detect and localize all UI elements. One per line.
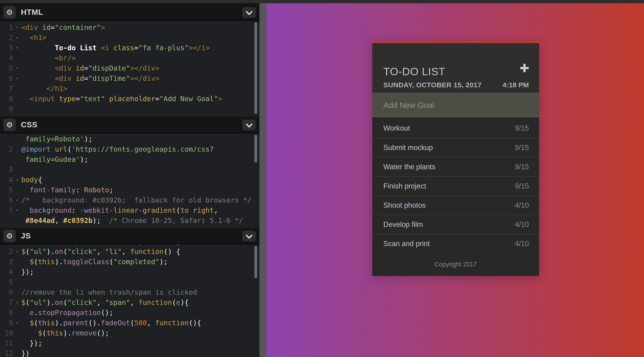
html-code-line[interactable]: 2▾ <h1> <box>0 32 260 43</box>
html-code-line[interactable]: 4 <br/> <box>0 53 260 63</box>
todo-date: SUNDAY, OCTOBER 15, 2017 <box>384 81 482 89</box>
code-fold-icon[interactable]: ▾ <box>13 249 21 254</box>
add-goal-input[interactable]: Add New Goal <box>372 93 539 118</box>
js-code-line[interactable]: 9▾ $(this).parent().fadeOut(500, functio… <box>0 318 260 328</box>
js-code-line[interactable]: 5 <box>0 277 260 287</box>
todo-card-header: TO-DO LIST SUNDAY, OCTOBER 15, 2017 ✚ 4:… <box>372 43 539 93</box>
css-code-line[interactable]: #8e44ad, #c0392b); /* Chrome 10-25, Safa… <box>0 215 260 226</box>
code-text: }) <box>21 349 30 357</box>
js-code-line[interactable]: 8 e.stopPropagation(); <box>0 308 260 318</box>
html-settings-button[interactable]: ⚙ <box>3 6 16 18</box>
html-code-line[interactable]: 9 <box>0 104 260 114</box>
code-fold-icon[interactable]: ▾ <box>13 300 21 305</box>
todo-item[interactable]: Develop film4/10 <box>372 215 539 234</box>
editor-column: ⚙ HTML 1▾<div id="container">2▾ <h1>3▾ T… <box>0 4 260 357</box>
css-code-line[interactable]: family=Gudea'); <box>0 154 260 164</box>
todo-item[interactable]: Shoot photos4/10 <box>372 195 539 215</box>
css-code-line[interactable]: 6▾/* background: #c0392b; fallback for o… <box>0 195 260 205</box>
html-collapse-button[interactable] <box>242 7 256 18</box>
code-text: //remove the li when trash/span is click… <box>21 288 197 296</box>
js-panel-header[interactable]: ⚙ JS <box>0 228 260 245</box>
js-code-line[interactable]: 2▾$("ul").on("click", "li", function() { <box>0 246 260 257</box>
css-code-line[interactable]: 4▾body{ <box>0 175 260 185</box>
js-code-editor[interactable]: //check off specific todos by clicking2▾… <box>0 245 260 357</box>
css-code-line[interactable]: 5 font-family: Roboto; <box>0 185 260 195</box>
line-number: 9 <box>0 105 13 113</box>
code-fold-icon[interactable]: ▾ <box>13 45 21 50</box>
js-code-line[interactable]: 10 $(this).remove(); <box>0 328 260 338</box>
code-fold-icon[interactable]: ▾ <box>13 24 21 30</box>
todo-item-label: Workout <box>384 124 410 132</box>
js-settings-button[interactable]: ⚙ <box>3 230 16 242</box>
todo-item[interactable]: Workout9/15 <box>372 118 539 138</box>
todo-item[interactable]: Submit mockup9/15 <box>372 138 539 157</box>
code-text: background: -webkit-linear-gradient(to r… <box>21 206 218 214</box>
css-panel-title: CSS <box>21 120 37 129</box>
gear-icon: ⚙ <box>6 232 13 240</box>
editor-preview-resizer[interactable] <box>260 3 266 357</box>
css-code-line[interactable]: 7▾ background: -webkit-linear-gradient(t… <box>0 205 260 215</box>
code-text: <h1> <box>21 33 46 42</box>
line-number: 4 <box>0 268 13 276</box>
css-panel-header[interactable]: ⚙ CSS <box>0 117 260 133</box>
todo-item-label: Submit mockup <box>384 144 433 152</box>
code-fold-icon[interactable]: ▾ <box>13 35 21 40</box>
code-fold-icon[interactable]: ▾ <box>13 177 21 182</box>
code-text: @import url('https://fonts.googleapis.co… <box>21 145 214 153</box>
js-code-line[interactable]: 6//remove the li when trash/span is clic… <box>0 287 260 297</box>
js-collapse-button[interactable] <box>242 231 256 242</box>
code-text: e.stopPropagation(); <box>21 309 113 317</box>
line-number: 6 <box>0 74 13 82</box>
js-panel-title: JS <box>21 231 31 240</box>
css-code-line[interactable]: 8 background: linear-gradient(to right, … <box>0 226 260 228</box>
css-collapse-button[interactable] <box>242 120 256 130</box>
code-fold-icon[interactable]: ▾ <box>13 207 21 213</box>
code-fold-icon[interactable]: ▾ <box>13 320 21 326</box>
js-code-line[interactable]: 11 }); <box>0 338 260 348</box>
code-text: family=Roboto'); <box>21 135 92 143</box>
line-number: 3 <box>0 166 13 174</box>
line-number: 3 <box>0 44 13 52</box>
html-code-line[interactable]: 1▾<div id="container"> <box>0 22 260 32</box>
todo-item[interactable]: Scan and print4/10 <box>372 234 539 253</box>
js-code-line[interactable]: 12}) <box>0 348 260 357</box>
todo-item-label: Develop film <box>384 220 423 229</box>
js-editor-scrollbar[interactable] <box>254 246 257 278</box>
css-code-editor[interactable]: family=Roboto');2@import url('https://fo… <box>0 133 260 228</box>
todo-item[interactable]: Water the plants9/15 <box>372 157 539 176</box>
css-editor-scrollbar[interactable] <box>254 135 257 163</box>
js-code-line[interactable]: 7▾$("ul").on("click", "span", function(e… <box>0 297 260 308</box>
html-panel-header[interactable]: ⚙ HTML <box>0 4 260 21</box>
code-fold-icon[interactable]: ▾ <box>13 75 21 81</box>
css-settings-button[interactable]: ⚙ <box>3 118 16 131</box>
html-code-line[interactable]: 8 <input type="text" placeholder="Add Ne… <box>0 93 260 104</box>
code-fold-icon[interactable]: ▾ <box>13 197 21 203</box>
add-goal-button[interactable]: ✚ <box>520 62 529 74</box>
html-code-editor[interactable]: 1▾<div id="container">2▾ <h1>3▾ To-do Li… <box>0 21 260 117</box>
css-code-line[interactable]: family=Roboto'); <box>0 134 260 144</box>
todo-footer: Copyright 2017 <box>372 253 539 276</box>
css-code-line[interactable]: 3 <box>0 164 260 175</box>
js-code-line[interactable]: //check off specific todos by clicking <box>0 245 260 246</box>
todo-item-date: 9/15 <box>515 182 529 190</box>
code-text: To-do List <i class="fa fa-plus"></i> <box>21 44 210 52</box>
html-code-line[interactable]: 5▾ <div id="dispDate"></div> <box>0 63 260 73</box>
todo-item-label: Water the plants <box>384 163 436 171</box>
todo-item[interactable]: Finish project9/15 <box>372 176 539 195</box>
css-code-line[interactable]: 2@import url('https://fonts.googleapis.c… <box>0 144 260 154</box>
code-text: }); <box>21 268 34 276</box>
html-code-line[interactable]: 6▾ <div id="dispTime"></div> <box>0 73 260 83</box>
line-number: 5 <box>0 186 13 194</box>
js-code-line[interactable]: 4}); <box>0 267 260 277</box>
html-panel-title: HTML <box>21 8 43 17</box>
todo-list: Workout9/15Submit mockup9/15Water the pl… <box>372 118 539 253</box>
js-code-line[interactable]: 3 $(this).toggleClass("completed"); <box>0 257 260 267</box>
html-code-line[interactable]: 7 </h1> <box>0 83 260 93</box>
code-fold-icon[interactable]: ▾ <box>13 65 21 71</box>
line-number: 7 <box>0 299 13 307</box>
gear-icon: ⚙ <box>6 121 13 128</box>
line-number: 2 <box>0 248 13 256</box>
html-code-line[interactable]: 3▾ To-do List <i class="fa fa-plus"></i> <box>0 43 260 53</box>
line-number: 11 <box>0 339 13 347</box>
html-editor-scrollbar[interactable] <box>254 22 257 114</box>
